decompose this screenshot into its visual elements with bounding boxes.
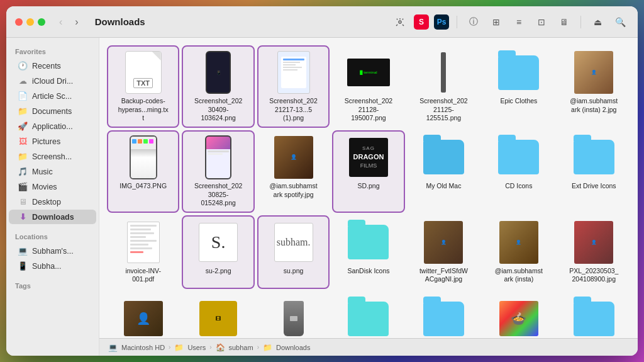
file-thumbnail: [347, 220, 391, 264]
file-item[interactable]: invoice-INV-001.pdf: [108, 217, 178, 288]
file-name: Backup-codes-hyperas...ming.txt: [118, 97, 169, 123]
downloads-icon: ⬇: [18, 212, 28, 222]
file-item[interactable]: 👤 @iam.subhamstark spotify.jpg: [258, 132, 328, 212]
search-icon[interactable]: 🔍: [611, 13, 629, 31]
file-name: Screenshot_20221217-13...5 (1).png: [269, 97, 319, 123]
sidebar-item-recents[interactable]: 🕐 Recents: [9, 59, 96, 73]
file-item[interactable]: S. su-2.png: [183, 217, 253, 288]
setapp-icon[interactable]: S: [414, 14, 429, 30]
airdrop-icon[interactable]: [391, 13, 409, 31]
file-item[interactable]: 📱 Screenshot_20230409-103624.png: [183, 47, 253, 127]
downloads-bc-icon: 📁: [263, 343, 272, 352]
person-icon: 👤: [274, 136, 313, 179]
file-item[interactable]: Epic Clothes: [484, 47, 553, 127]
sidebar-item-icloud[interactable]: ☁ iCloud Dri...: [9, 74, 96, 88]
documents-icon: 📁: [18, 106, 28, 116]
file-item[interactable]: Screenshot_20221125-125515.png: [409, 47, 479, 127]
file-thumbnail: █ terminal: [347, 50, 391, 94]
file-thumbnail: [272, 297, 316, 338]
minimize-button[interactable]: [26, 18, 34, 26]
file-item[interactable]: 👤: [108, 293, 178, 338]
file-item[interactable]: SanDisk Icons: [333, 217, 403, 288]
su2-icon: S.: [199, 223, 238, 262]
content-area: TXT Backup-codes-hyperas...ming.txt 📱 Sc…: [99, 38, 638, 356]
sidebar-item-subha-disk[interactable]: 📱 Subha...: [9, 259, 96, 273]
subha-disk-label: Subha...: [32, 262, 62, 271]
breadcrumb-macintosh[interactable]: Macintosh HD: [121, 344, 165, 351]
info-icon[interactable]: ⓘ: [465, 13, 482, 31]
file-item[interactable]: 🎞: [183, 293, 253, 338]
file-item[interactable]: Screenshot_20230825-015248.png: [183, 132, 253, 212]
file-item[interactable]: TXT Backup-codes-hyperas...ming.txt: [108, 47, 178, 127]
file-item[interactable]: [559, 293, 629, 338]
file-thumbnail: S.: [196, 220, 240, 264]
sidebar-item-article[interactable]: 📄 Article Sc...: [9, 89, 96, 103]
eject-icon[interactable]: ⏏: [589, 13, 606, 31]
file-thumbnail: [121, 135, 165, 179]
file-thumbnail: [196, 135, 240, 179]
file-thumbnail: [497, 135, 541, 179]
movies-label: Movies: [32, 183, 57, 191]
sidebar-item-desktop[interactable]: 🖥 Desktop: [9, 195, 96, 209]
toolbar-right: S Ps ⓘ ⊞ ≡ ⊡ 🖥 ⏏ 🔍: [391, 13, 629, 31]
screenshots-icon: 📁: [18, 152, 28, 161]
maximize-button[interactable]: [38, 18, 45, 26]
file-item[interactable]: 👤 @iam.subhamstark (insta) 2.jpg: [559, 47, 629, 127]
file-item[interactable]: 👤 PXL_20230503_204108900.jpg: [559, 217, 629, 288]
file-thumbnail: [347, 297, 391, 338]
file-item[interactable]: █ terminal Screenshot_20221128-195007.pn…: [333, 47, 403, 127]
gallery-view-button[interactable]: 🖥: [555, 13, 573, 31]
photoshop-icon[interactable]: Ps: [434, 14, 449, 30]
icon-view-button[interactable]: ⊞: [487, 13, 505, 31]
breadcrumb-subham[interactable]: subham: [229, 344, 253, 351]
back-button[interactable]: ‹: [55, 14, 66, 30]
sidebar-item-movies[interactable]: 🎬 Movies: [9, 179, 96, 194]
downloads-label: Downloads: [32, 213, 74, 222]
sd-icon: SAG DRAGON FILMS: [349, 138, 388, 177]
file-item[interactable]: [258, 293, 328, 338]
file-thumbnail: [272, 50, 316, 94]
sidebar-item-pictures[interactable]: 🖼 Pictures: [9, 134, 96, 149]
file-name: @iam.subhamstark (insta): [494, 267, 544, 284]
mac-icon: 💻: [18, 246, 28, 256]
file-item[interactable]: 🍲: [484, 293, 553, 338]
file-name: su.png: [284, 267, 304, 276]
file-item[interactable]: 👤 twitter_FvtISfdWACgagNI.jpg: [409, 217, 479, 288]
list-view-button[interactable]: ≡: [510, 13, 528, 31]
toolbar-divider2: [580, 16, 581, 28]
favorites-title: Favorites: [6, 44, 99, 58]
file-item[interactable]: [333, 293, 403, 338]
file-item[interactable]: Screenshot_20221217-13...5 (1).png: [258, 47, 328, 127]
file-item[interactable]: CD Icons: [484, 132, 553, 212]
sidebar-item-applications[interactable]: 🚀 Applicatio...: [9, 119, 96, 133]
file-item[interactable]: Ext Drive Icons: [559, 132, 629, 212]
file-name: @iam.subhamstark (insta) 2.jpg: [569, 97, 619, 114]
mac-bc-icon: 💻: [108, 343, 118, 352]
folder-icon: [423, 302, 464, 336]
sidebar-item-screenshots[interactable]: 📁 Screensh...: [9, 149, 96, 164]
file-thumbnail: 👤: [272, 135, 316, 179]
breadcrumb-downloads[interactable]: Downloads: [276, 344, 310, 351]
file-item[interactable]: IMG_0473.PNG: [108, 132, 178, 212]
file-item[interactable]: [409, 293, 479, 338]
file-thumbnail: [572, 135, 616, 179]
file-item[interactable]: My Old Mac: [409, 132, 479, 212]
window-title: Downloads: [95, 16, 145, 27]
column-view-button[interactable]: ⊡: [533, 13, 550, 31]
file-thumbnail: 🎞: [196, 297, 240, 338]
file-item[interactable]: 👤 @iam.subhamstark (insta): [484, 217, 553, 288]
forward-button[interactable]: ›: [71, 14, 82, 30]
file-name: invoice-INV-001.pdf: [118, 267, 169, 284]
traffic-lights: [15, 18, 45, 26]
sidebar-item-music[interactable]: 🎵 Music: [9, 164, 96, 179]
pdf-icon: [127, 222, 160, 263]
file-item[interactable]: SAG DRAGON FILMS SD.png: [333, 132, 403, 212]
file-grid: TXT Backup-codes-hyperas...ming.txt 📱 Sc…: [99, 38, 638, 338]
file-name: Screenshot_20221125-125515.png: [418, 97, 469, 123]
sidebar-item-downloads[interactable]: ⬇ Downloads: [9, 210, 96, 224]
breadcrumb-users[interactable]: Users: [187, 344, 206, 351]
sidebar-item-subhams-mac[interactable]: 💻 Subham's...: [9, 244, 96, 258]
file-item[interactable]: subham. su.png: [258, 217, 328, 288]
sidebar-item-documents[interactable]: 📁 Documents: [9, 104, 96, 118]
close-button[interactable]: [15, 18, 23, 26]
